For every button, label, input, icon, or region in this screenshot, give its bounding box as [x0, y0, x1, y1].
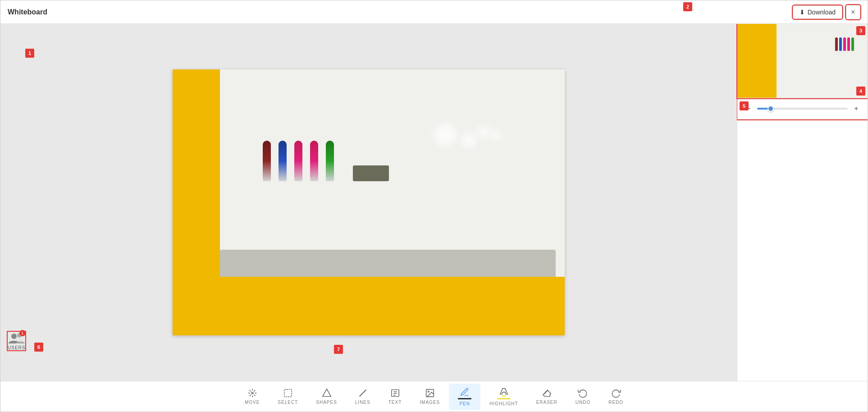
- highlight-icon: [499, 387, 509, 397]
- users-indicator[interactable]: 1 USERS: [8, 332, 25, 350]
- highlight-label: HIGHLIGHT: [489, 401, 518, 406]
- canvas-area[interactable]: · · 1 USERS 1 7 6: [0, 24, 737, 381]
- thumbnail-markers: [835, 37, 854, 51]
- label-badge-4: 4: [856, 87, 865, 96]
- label-badge-5: 5: [740, 101, 749, 110]
- zoom-in-button[interactable]: +: [851, 104, 861, 114]
- move-label: MOVE: [245, 400, 260, 405]
- lines-label: LINES: [355, 400, 370, 405]
- header: Whiteboard ⬇ Download ×: [0, 0, 868, 24]
- undo-label: UNDO: [576, 400, 590, 405]
- tool-redo[interactable]: REDO: [599, 385, 632, 408]
- marker-green: [326, 141, 334, 181]
- users-label: USERS: [8, 345, 25, 350]
- pen-underline: [458, 398, 471, 399]
- tool-select[interactable]: SELECT: [269, 385, 307, 408]
- select-icon: [283, 388, 293, 398]
- pen-label: PEN: [459, 401, 470, 406]
- zoom-slider-thumb[interactable]: [767, 105, 774, 112]
- text-label: TEXT: [388, 400, 402, 405]
- highlight-underline: [497, 398, 511, 399]
- svg-line-12: [544, 391, 548, 394]
- whiteboard-canvas[interactable]: [173, 69, 565, 335]
- app-container: Whiteboard ⬇ Download ×: [0, 0, 868, 412]
- images-label: IMAGES: [420, 400, 440, 405]
- thumb-marker-3: [843, 37, 846, 51]
- thumb-marker-2: [839, 37, 842, 51]
- download-button[interactable]: ⬇ Download: [793, 5, 842, 19]
- bokeh-4: [492, 130, 502, 140]
- label-badge-7: 7: [334, 345, 343, 354]
- tool-eraser[interactable]: ERASER: [527, 385, 566, 408]
- eraser-icon: [542, 388, 552, 398]
- lines-icon: [358, 388, 368, 398]
- undo-icon: [578, 388, 588, 398]
- svg-marker-3: [322, 389, 330, 397]
- tool-text[interactable]: TEXT: [379, 385, 411, 408]
- tool-move[interactable]: MOVE: [236, 385, 269, 408]
- shapes-label: SHAPES: [316, 400, 337, 405]
- thumb-marker-5: [851, 37, 854, 51]
- yellow-bottom-panel: [220, 277, 565, 335]
- users-icon: 1: [9, 332, 25, 344]
- pen-icon: [460, 387, 470, 397]
- redo-label: REDO: [608, 400, 623, 405]
- right-panel: 3 4 − + 5: [737, 24, 868, 381]
- marker-tray: [220, 250, 556, 277]
- marker-blue: [279, 141, 287, 181]
- marker-light-pink: [310, 141, 318, 181]
- header-actions: ⬇ Download ×: [793, 5, 860, 19]
- bokeh-2: [461, 133, 477, 148]
- whiteboard-eraser: [353, 165, 389, 181]
- tool-images[interactable]: IMAGES: [411, 385, 449, 408]
- svg-point-10: [428, 391, 429, 392]
- thumbnail-canvas: [737, 24, 868, 98]
- label-badge-6: 6: [34, 343, 43, 352]
- tool-shapes[interactable]: SHAPES: [307, 385, 346, 408]
- thumb-marker-4: [847, 37, 850, 51]
- text-icon: [390, 388, 400, 398]
- marker-pink: [294, 141, 302, 181]
- yellow-left-panel: [173, 69, 222, 335]
- tool-lines[interactable]: LINES: [346, 385, 379, 408]
- select-label: SELECT: [278, 400, 298, 405]
- images-icon: [425, 388, 435, 398]
- redo-icon: [611, 388, 621, 398]
- bokeh-1: [434, 124, 457, 146]
- eraser-label: ERASER: [536, 400, 557, 405]
- download-icon: ⬇: [799, 9, 805, 16]
- tool-highlight[interactable]: HIGHLIGHT: [480, 384, 527, 410]
- app-title: Whiteboard: [8, 8, 47, 16]
- thumbnail-area: 3 4: [737, 24, 868, 98]
- move-icon: [247, 388, 257, 398]
- main-content: · · 1 USERS 1 7 6: [0, 24, 868, 381]
- close-button[interactable]: ×: [846, 5, 860, 19]
- shapes-icon: [322, 388, 332, 398]
- svg-rect-2: [284, 389, 292, 397]
- marker-dark-red: [263, 141, 271, 181]
- thumb-marker-1: [835, 37, 838, 51]
- bottom-toolbar: MOVE SELECT SHAPES LINES: [0, 381, 868, 412]
- label-badge-3: 3: [856, 26, 865, 35]
- canvas-dots: · ·: [70, 236, 79, 241]
- tool-undo[interactable]: UNDO: [566, 385, 599, 408]
- svg-point-0: [11, 334, 17, 339]
- label-badge-1: 1: [25, 49, 34, 58]
- svg-line-4: [359, 390, 366, 397]
- tool-pen[interactable]: PEN: [449, 384, 480, 410]
- users-badge: 1: [19, 330, 26, 336]
- whiteboard-surface: [220, 69, 565, 277]
- zoom-controls: − +: [737, 98, 868, 119]
- download-label: Download: [808, 9, 836, 16]
- bokeh-3: [478, 126, 490, 138]
- zoom-slider-track[interactable]: [757, 108, 848, 110]
